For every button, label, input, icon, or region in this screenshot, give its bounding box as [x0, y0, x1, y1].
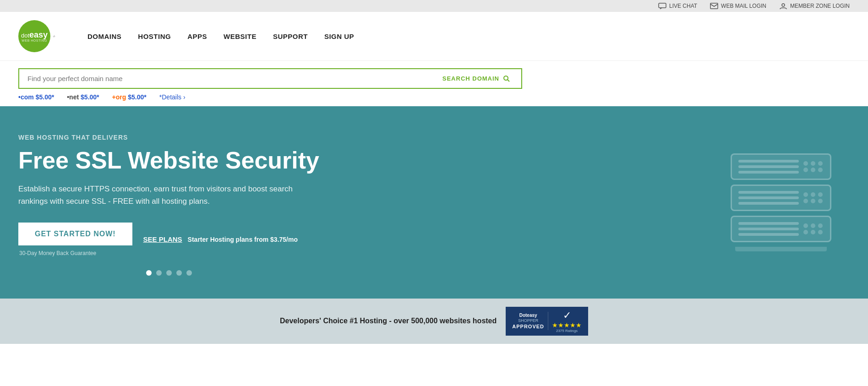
- see-plans-group: SEE PLANS Starter Hosting plans from $3.…: [143, 235, 298, 243]
- server-dots-3: [803, 223, 824, 234]
- server-dot: [818, 199, 823, 203]
- server-unit-3: [731, 216, 831, 242]
- search-bar: SEARCH DOMAIN: [18, 68, 522, 89]
- badge-ratings: 2375 Ratings: [556, 329, 578, 333]
- svg-point-2: [782, 4, 785, 6]
- nav-support[interactable]: SUPPORT: [273, 33, 308, 40]
- carousel-dots: [18, 270, 319, 276]
- carousel-dot-3[interactable]: [166, 270, 172, 276]
- hero-description: Establish a secure HTTPS connection, ear…: [18, 183, 302, 207]
- webmail-link[interactable]: WEB MAIL LOGIN: [710, 3, 766, 9]
- server-line: [738, 202, 799, 205]
- server-lines-2: [738, 191, 799, 205]
- server-line: [738, 171, 799, 174]
- server-dot: [803, 192, 808, 197]
- server-line: [738, 165, 799, 168]
- nav-apps[interactable]: APPS: [187, 33, 207, 40]
- badge-approved: APPROVED: [512, 323, 544, 330]
- member-zone-link[interactable]: MEMBER ZONE LOGIN: [779, 3, 850, 9]
- server-dot: [803, 230, 808, 234]
- live-chat-label: LIVE CHAT: [669, 3, 697, 9]
- server-dot: [811, 168, 815, 172]
- carousel-dot-5[interactable]: [186, 270, 192, 276]
- search-domain-button[interactable]: SEARCH DOMAIN: [431, 69, 521, 88]
- hero-actions: GET STARTED NOW! 30-Day Money Back Guara…: [18, 223, 319, 256]
- tld-org-item: +org $5.00*: [112, 93, 147, 101]
- carousel-dot-2[interactable]: [156, 270, 162, 276]
- server-unit-2: [731, 185, 831, 211]
- svg-line-4: [508, 80, 509, 82]
- badge-checkmark: ✓: [563, 310, 571, 321]
- main-nav: DOMAINS HOSTING APPS WEBSITE SUPPORT SIG…: [87, 33, 354, 40]
- server-line: [738, 191, 799, 194]
- server-dot: [811, 223, 815, 228]
- server-dot: [818, 192, 823, 197]
- nav-website[interactable]: WEBSITE: [224, 33, 257, 40]
- logo-bubble-text: doteasy: [21, 31, 48, 39]
- chat-icon: [658, 3, 666, 9]
- search-input[interactable]: [19, 69, 431, 88]
- badge-doteasy: Doteasy: [512, 312, 544, 318]
- tld-org-ext: +org: [112, 93, 126, 101]
- server-illustration: [731, 153, 831, 251]
- server-line: [738, 196, 799, 199]
- hero-title: Free SSL Website Security: [18, 147, 319, 174]
- badge-shopper: SHOPPER: [512, 318, 544, 324]
- person-icon: [779, 3, 787, 9]
- server-dot: [811, 199, 815, 203]
- tld-details-link[interactable]: *Details ›: [159, 93, 186, 101]
- server-dots-2: [803, 192, 824, 203]
- server-unit-1: [731, 153, 831, 180]
- server-dot: [803, 168, 808, 172]
- approved-badge: Doteasy SHOPPER APPROVED ✓ ★★★★★ 2375 Ra…: [506, 307, 588, 336]
- member-zone-label: MEMBER ZONE LOGIN: [790, 3, 850, 9]
- svg-point-3: [504, 76, 508, 80]
- tld-com-item: •com $5.00*: [18, 93, 54, 101]
- carousel-dot-1[interactable]: [146, 270, 152, 276]
- header: doteasy WEB HOSTING ✦ DOMAINS HOSTING AP…: [0, 12, 868, 61]
- top-bar: LIVE CHAT WEB MAIL LOGIN MEMBER ZONE LOG…: [0, 0, 868, 12]
- server-dot: [803, 161, 808, 166]
- hero-subtitle: WEB HOSTING THAT DELIVERS: [18, 134, 319, 141]
- tld-net-item: •net $5.00*: [67, 93, 99, 101]
- badge-left: Doteasy SHOPPER APPROVED: [512, 312, 544, 330]
- bottom-bar-text: Developers' Choice #1 Hosting - over 500…: [280, 317, 497, 325]
- search-button-label: SEARCH DOMAIN: [442, 75, 499, 82]
- tld-com-price: $5.00*: [36, 93, 54, 101]
- badge-stars: ★★★★★: [552, 321, 582, 329]
- tld-com-ext: •com: [18, 93, 34, 101]
- server-dot: [818, 223, 823, 228]
- hero-content: WEB HOSTING THAT DELIVERS Free SSL Websi…: [18, 134, 319, 276]
- bottom-bar: Developers' Choice #1 Hosting - over 500…: [0, 299, 868, 344]
- logo-bubble: doteasy WEB HOSTING: [18, 20, 50, 52]
- live-chat-link[interactable]: LIVE CHAT: [658, 3, 697, 9]
- server-dot: [811, 161, 815, 166]
- logo-tagline: WEB HOSTING: [22, 39, 47, 42]
- server-dot: [803, 223, 808, 228]
- server-dot: [811, 230, 815, 234]
- server-dot: [818, 230, 823, 234]
- money-back-text: 30-Day Money Back Guarantee: [19, 250, 132, 256]
- search-area: SEARCH DOMAIN •com $5.00* •net $5.00* +o…: [0, 61, 868, 106]
- server-line: [738, 228, 799, 230]
- search-icon: [503, 75, 510, 82]
- starter-text: Starter Hosting plans from $3.75/mo: [188, 236, 298, 243]
- server-base: [735, 247, 827, 251]
- server-dot: [811, 192, 815, 197]
- nav-domains[interactable]: DOMAINS: [87, 33, 121, 40]
- svg-rect-0: [659, 3, 666, 8]
- tld-org-price: $5.00*: [128, 93, 146, 101]
- nav-hosting[interactable]: HOSTING: [138, 33, 171, 40]
- logo[interactable]: doteasy WEB HOSTING ✦: [18, 20, 55, 52]
- server-line: [738, 160, 799, 163]
- hero-section: WEB HOSTING THAT DELIVERS Free SSL Websi…: [0, 106, 868, 299]
- server-dot: [818, 168, 823, 172]
- get-started-button[interactable]: GET STARTED NOW!: [18, 223, 132, 245]
- carousel-dot-4[interactable]: [176, 270, 182, 276]
- server-line: [738, 233, 799, 236]
- see-plans-link[interactable]: SEE PLANS: [143, 235, 182, 243]
- nav-signup[interactable]: SIGN UP: [324, 33, 354, 40]
- badge-divider: [548, 312, 548, 330]
- tld-net-price: $5.00*: [81, 93, 99, 101]
- badge-right: ✓ ★★★★★ 2375 Ratings: [552, 310, 582, 333]
